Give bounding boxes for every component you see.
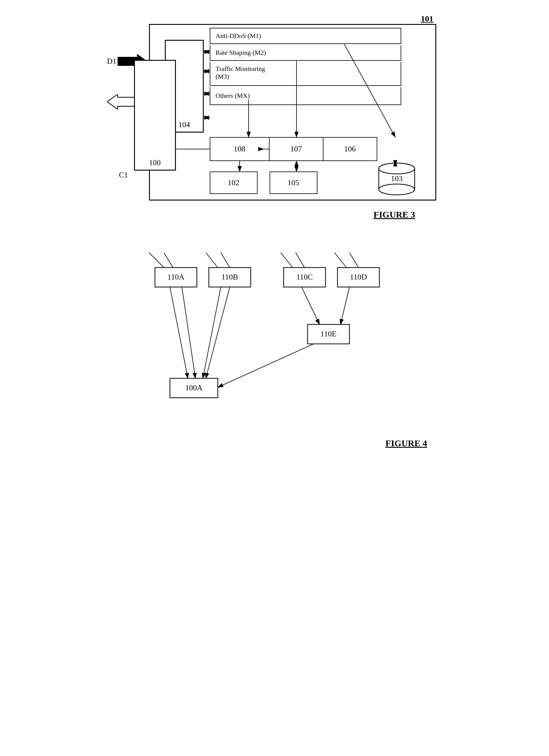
svg-line-44 bbox=[349, 253, 358, 268]
module-m3: Traffic Monitoring (M3) bbox=[210, 62, 401, 86]
label-101: 101 bbox=[421, 14, 433, 24]
d2-arrow-svg bbox=[107, 94, 137, 109]
svg-line-41 bbox=[280, 253, 292, 268]
figure4-container: 110A 110B 110C 110D 110E 100A bbox=[110, 250, 439, 448]
svg-line-42 bbox=[295, 253, 304, 268]
box-106: 106 bbox=[323, 137, 377, 161]
module-mx: Others (MX) bbox=[210, 87, 401, 105]
box-100: 100 bbox=[134, 60, 176, 171]
box-107: 107 bbox=[270, 137, 323, 161]
c1-label: C1 bbox=[119, 171, 128, 180]
svg-point-4 bbox=[379, 184, 415, 195]
box-102: 102 bbox=[210, 171, 258, 194]
svg-line-51 bbox=[218, 344, 313, 387]
svg-point-5 bbox=[379, 163, 415, 174]
svg-line-39 bbox=[206, 253, 218, 268]
svg-marker-23 bbox=[107, 94, 137, 109]
svg-text:110D: 110D bbox=[350, 273, 367, 281]
db-103-svg: 103 bbox=[377, 163, 416, 198]
db-103-container: 103 bbox=[377, 163, 416, 198]
svg-line-45 bbox=[170, 287, 188, 378]
svg-text:110B: 110B bbox=[222, 273, 238, 281]
figure3-caption: FIGURE 3 bbox=[110, 210, 439, 220]
svg-line-49 bbox=[301, 287, 319, 324]
box-105: 105 bbox=[270, 171, 317, 194]
svg-text:110C: 110C bbox=[296, 273, 313, 281]
svg-line-50 bbox=[340, 287, 349, 324]
svg-text:103: 103 bbox=[391, 174, 402, 183]
svg-text:100A: 100A bbox=[185, 383, 203, 392]
module-m2: Rate Shaping (M2) bbox=[210, 45, 401, 61]
figure3-container: 101 104 Anti-DDoS (M1) Rate Shaping (M2)… bbox=[110, 24, 439, 220]
svg-line-46 bbox=[182, 287, 195, 378]
svg-text:110E: 110E bbox=[320, 330, 336, 338]
fig4-svg: 110A 110B 110C 110D 110E 100A bbox=[140, 250, 409, 429]
svg-text:110A: 110A bbox=[167, 273, 184, 281]
svg-line-40 bbox=[221, 253, 230, 268]
svg-line-37 bbox=[149, 253, 164, 268]
svg-line-38 bbox=[164, 253, 173, 268]
figure4-caption: FIGURE 4 bbox=[110, 438, 439, 448]
box-108: 108 bbox=[210, 137, 270, 161]
module-m1: Anti-DDoS (M1) bbox=[210, 28, 401, 44]
page-container: 101 104 Anti-DDoS (M1) Rate Shaping (M2)… bbox=[0, 0, 549, 756]
svg-line-43 bbox=[334, 253, 346, 268]
label-d1: D1 bbox=[107, 57, 117, 66]
